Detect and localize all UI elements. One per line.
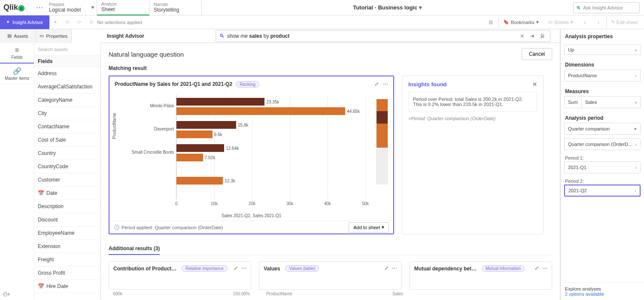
field-label: Cost of Sale bbox=[38, 137, 66, 143]
more-icon[interactable]: ⋯ bbox=[392, 265, 397, 271]
assets-button[interactable]: ▤Assets bbox=[0, 29, 36, 43]
selections-tool-icon[interactable]: ▥ bbox=[485, 17, 497, 27]
bookmarks-button[interactable]: 🔖Bookmarks ▾ bbox=[498, 17, 543, 28]
rp-footer[interactable]: Explore analyses 2 options available bbox=[561, 282, 644, 300]
chevron-down-icon[interactable]: ▾ bbox=[419, 4, 422, 11]
bar[interactable] bbox=[176, 154, 203, 161]
additional-result-card[interactable]: ValuesValues (table)⤢⋯ bbox=[259, 261, 401, 290]
insight-advisor-button[interactable]: ✦ Insight Advisor bbox=[0, 15, 49, 29]
nav-prepare[interactable]: Prepare Logical model ▾ bbox=[45, 0, 97, 15]
add-note-icon[interactable]: ⎙+ bbox=[3, 291, 10, 297]
prev-sheet-icon[interactable]: ‹ bbox=[579, 17, 591, 27]
bar[interactable] bbox=[176, 144, 224, 152]
more-icon[interactable]: ⋯ bbox=[383, 81, 388, 87]
ask-insight-input[interactable]: 🔍︎ Ask Insight Advisor bbox=[573, 2, 640, 13]
calendar-icon: 📅 bbox=[38, 190, 44, 196]
app-menu-icon[interactable]: ⋯ bbox=[34, 3, 45, 12]
rp-period2[interactable]: 2021-Q2› bbox=[564, 185, 641, 197]
field-item[interactable]: 📅Date bbox=[34, 187, 100, 200]
field-item[interactable]: CategoryName bbox=[34, 94, 100, 107]
nl-search-bar[interactable]: 🔍︎ show me sales by product ✕ ➜ 🎤︎ bbox=[216, 30, 550, 42]
clear-sel-icon[interactable]: ⊘ bbox=[85, 17, 97, 27]
field-item[interactable]: EmployeeName bbox=[34, 227, 100, 240]
step-back-icon[interactable]: ⟲ bbox=[61, 17, 73, 27]
mic-icon[interactable]: 🎤︎ bbox=[539, 33, 547, 39]
smart-search-icon[interactable]: ⌖ bbox=[49, 17, 61, 27]
rp-dimension-item[interactable]: ProductName› bbox=[564, 70, 641, 82]
additional-result-card[interactable]: Contribution of Product…Relative importa… bbox=[109, 261, 251, 290]
expand-icon[interactable]: ⤢ bbox=[535, 265, 539, 271]
expand-icon[interactable]: ⤢ bbox=[234, 265, 238, 271]
rp-measure-item[interactable]: Sum Sales› bbox=[564, 96, 641, 108]
insights-title: Insights found bbox=[408, 81, 447, 88]
next-sheet-icon[interactable]: › bbox=[592, 17, 605, 27]
rp-qc-label: Quarter comparison bbox=[568, 126, 610, 131]
minimap[interactable] bbox=[376, 99, 388, 185]
more-icon[interactable]: ⋯ bbox=[241, 265, 246, 271]
field-label: CategoryName bbox=[38, 97, 73, 103]
field-item[interactable]: 📅Hire Date bbox=[34, 280, 100, 293]
bookmarks-label: Bookmarks bbox=[511, 20, 535, 25]
field-item[interactable]: Extension bbox=[34, 240, 100, 253]
rp-p2-value: 2021-Q2 bbox=[568, 188, 587, 193]
search-icon: 🔍︎ bbox=[576, 5, 581, 10]
field-item[interactable]: Cost of Sale bbox=[34, 133, 100, 147]
bar[interactable] bbox=[176, 98, 264, 106]
field-item[interactable]: Customer bbox=[34, 173, 100, 187]
more-icon[interactable]: ⋯ bbox=[542, 265, 547, 271]
mini1-left: 600k bbox=[113, 291, 122, 296]
qlik-logo[interactable]: Qlik ◉ bbox=[0, 3, 34, 12]
submit-arrow-icon[interactable]: ➜ bbox=[529, 33, 536, 39]
field-label: Country bbox=[38, 150, 56, 156]
field-label: Hire Date bbox=[46, 283, 68, 289]
field-item[interactable]: Country bbox=[34, 147, 100, 160]
bar[interactable] bbox=[176, 177, 223, 185]
expand-icon[interactable]: ⤢ bbox=[384, 265, 389, 271]
rp-quarter-comparison-full[interactable]: Quarter comparison (OrderD…› bbox=[564, 138, 641, 150]
properties-button[interactable]: ▭Properties bbox=[36, 29, 72, 43]
chart-area[interactable]: ProductName 010k20k30k40k50kMinnki Pälsi… bbox=[109, 92, 393, 221]
close-icon[interactable]: ✕ bbox=[532, 81, 537, 88]
subnav-master[interactable]: 🔗Master items bbox=[0, 64, 34, 84]
additional-results-tab[interactable]: Additional results (3) bbox=[109, 243, 160, 255]
rp-period1[interactable]: 2021-Q1› bbox=[564, 161, 641, 173]
cancel-button[interactable]: Cancel bbox=[522, 48, 552, 60]
field-item[interactable]: Freight bbox=[34, 253, 100, 267]
expand-icon[interactable]: ⤢ bbox=[374, 81, 379, 87]
field-item[interactable]: Address bbox=[34, 67, 100, 80]
field-item[interactable]: ContactName bbox=[34, 120, 100, 133]
field-item[interactable]: Description bbox=[34, 200, 100, 213]
field-item[interactable]: CountryCode bbox=[34, 160, 100, 173]
field-item[interactable]: Discount bbox=[34, 213, 100, 227]
step-fwd-icon[interactable]: ⟳ bbox=[73, 17, 85, 27]
x-tick: 0 bbox=[175, 201, 178, 206]
rp-measure-agg[interactable]: Sum bbox=[564, 96, 581, 108]
nav-analyze[interactable]: Analyze Sheet bbox=[97, 0, 149, 15]
insight-advisor-title: Insight Advisor bbox=[107, 33, 144, 39]
additional-result-card[interactable]: Mutual dependency bet…Mutual information… bbox=[410, 261, 552, 290]
field-item[interactable]: City bbox=[34, 107, 100, 120]
clear-icon[interactable]: ✕ bbox=[518, 33, 526, 39]
nav-narrate[interactable]: Narrate Storytelling bbox=[149, 0, 202, 15]
category-label: Small Crocodile Boots bbox=[132, 150, 176, 155]
sheets-button[interactable]: ▭Sheets ▾ bbox=[544, 17, 577, 28]
rp-up[interactable]: Up› bbox=[564, 45, 641, 55]
edit-sheet-button[interactable]: ✎Edit sheet bbox=[606, 17, 641, 28]
bar[interactable] bbox=[176, 130, 213, 138]
rp-p2-label: Period 2: bbox=[561, 177, 644, 185]
rp-period-header: Analysis period bbox=[561, 112, 644, 123]
add-to-sheet-button[interactable]: Add to sheet ▾ bbox=[349, 222, 389, 233]
rp-quarter-comparison[interactable]: Quarter comparison▾ bbox=[564, 123, 641, 135]
field-item[interactable]: AverageCallSatisfaction bbox=[34, 80, 100, 94]
rp-options-link[interactable]: 2 options available bbox=[565, 291, 640, 297]
bar[interactable] bbox=[176, 107, 345, 115]
search-assets-input[interactable]: Search assets bbox=[34, 43, 100, 56]
bar[interactable] bbox=[176, 121, 236, 129]
subnav-fields[interactable]: ≡Fields bbox=[0, 43, 34, 64]
chevron-down-icon[interactable]: ▾ bbox=[91, 4, 94, 10]
app-title[interactable]: Tutorial - Business logic ▾ bbox=[202, 4, 573, 11]
rp-explore-label: Explore analyses bbox=[565, 286, 640, 291]
nl-question-title: Natural language question bbox=[109, 51, 184, 58]
field-item[interactable]: Gross Profit bbox=[34, 267, 100, 280]
fields-list[interactable]: AddressAverageCallSatisfactionCategoryNa… bbox=[34, 67, 100, 300]
